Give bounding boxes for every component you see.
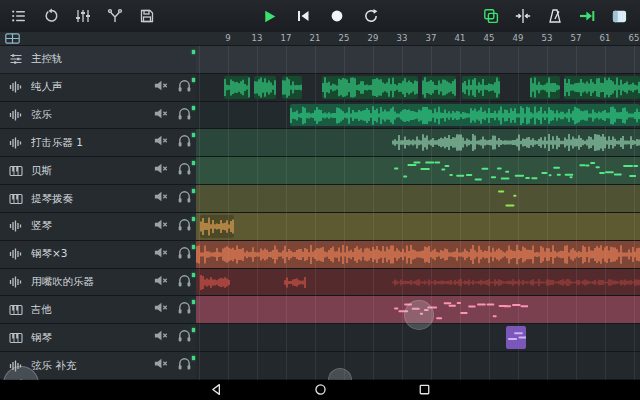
save-button[interactable] [134, 3, 160, 29]
wave-clip[interactable] [200, 271, 230, 294]
wave-clip[interactable] [224, 76, 250, 99]
loop-button[interactable] [358, 3, 384, 29]
headphones-icon [177, 245, 192, 264]
metronome-button[interactable] [542, 3, 568, 29]
speaker-mute-icon [153, 133, 168, 152]
arrange-row[interactable] [196, 296, 640, 324]
wave-clip[interactable] [284, 271, 306, 294]
copy-button[interactable] [478, 3, 504, 29]
level-meter [192, 78, 195, 82]
mute-button[interactable] [148, 133, 172, 152]
nav-back-button[interactable] [204, 382, 228, 398]
mute-button[interactable] [148, 356, 172, 375]
arrange-row[interactable] [196, 213, 640, 241]
wave-clip[interactable] [564, 76, 640, 99]
mute-button[interactable] [148, 189, 172, 208]
level-meter [192, 273, 195, 277]
ruler-tick: 45 [484, 33, 495, 43]
notes-clip[interactable] [496, 187, 522, 210]
track-header[interactable]: 提琴拨奏 [0, 185, 196, 213]
mute-button[interactable] [148, 106, 172, 125]
wave-clip[interactable] [530, 76, 560, 99]
arrange-row[interactable] [196, 269, 640, 297]
track-header[interactable]: 纯人声 [0, 74, 196, 102]
track-header[interactable]: 钢琴×3 [0, 241, 196, 269]
track-list-panel: 主控轨纯人声弦乐打击乐器 1贝斯提琴拨奏竖琴钢琴×3用嘴吹的乐器吉他钢琴弦乐 补… [0, 46, 196, 380]
notes-clip[interactable] [392, 298, 528, 321]
block-clip[interactable] [506, 326, 526, 349]
nav-recents-button[interactable] [412, 382, 436, 398]
mute-button[interactable] [148, 328, 172, 347]
record-button[interactable] [324, 3, 350, 29]
arrange-row[interactable] [196, 241, 640, 269]
keys-track-icon [7, 303, 24, 317]
arrange-row[interactable] [196, 185, 640, 213]
keys-track-icon [7, 164, 24, 178]
tools-icon [107, 8, 123, 24]
keys-track-icon [7, 331, 24, 345]
wave-clip[interactable] [254, 76, 276, 99]
wave-clip[interactable] [282, 76, 302, 99]
toolbar-left-group [0, 0, 160, 32]
level-meter [192, 245, 195, 249]
track-header[interactable]: 弦乐 [0, 102, 196, 130]
level-meter [192, 133, 195, 137]
arrange-row[interactable] [196, 157, 640, 185]
track-header[interactable]: 吉他 [0, 296, 196, 324]
arrangement-area[interactable] [196, 46, 640, 380]
mute-button[interactable] [148, 161, 172, 180]
ruler-tick: 49 [513, 33, 524, 43]
track-name: 钢琴 [31, 331, 148, 345]
wave-clip[interactable] [422, 76, 456, 99]
track-header[interactable]: 贝斯 [0, 157, 196, 185]
speaker-mute-icon [153, 189, 168, 208]
arrange-row[interactable] [196, 46, 640, 74]
timeline-ruler[interactable]: 91317212529333741454953576165 [196, 32, 640, 46]
track-header[interactable]: 主控轨 [0, 46, 196, 74]
arrange-row[interactable] [196, 102, 640, 130]
arrange-row[interactable] [196, 324, 640, 352]
nav-home-button[interactable] [308, 382, 332, 398]
mute-button[interactable] [148, 78, 172, 97]
fast-forward-button[interactable] [574, 3, 600, 29]
tools-button[interactable] [102, 3, 128, 29]
wave-clip[interactable] [290, 104, 640, 127]
track-header[interactable]: 竖琴 [0, 213, 196, 241]
level-meter [192, 50, 195, 54]
fast-forward-icon [579, 8, 595, 24]
ruler-tick: 29 [368, 33, 379, 43]
mixer-button[interactable] [70, 3, 96, 29]
snap-button[interactable] [510, 3, 536, 29]
arrange-row[interactable] [196, 352, 640, 380]
wave-clip[interactable] [392, 271, 640, 294]
ruler-tick: 13 [252, 33, 263, 43]
play-button[interactable] [256, 3, 282, 29]
skip-to-start-button[interactable] [290, 3, 316, 29]
wave-clip[interactable] [322, 76, 418, 99]
track-header[interactable]: 打击乐器 1 [0, 129, 196, 157]
mute-button[interactable] [148, 217, 172, 236]
mute-button[interactable] [148, 300, 172, 319]
recents-icon [418, 381, 431, 400]
mute-button[interactable] [148, 273, 172, 292]
arrange-row[interactable] [196, 129, 640, 157]
wave-clip[interactable] [392, 131, 640, 154]
copy-icon [483, 8, 499, 24]
track-header[interactable]: 用嘴吹的乐器 [0, 269, 196, 297]
track-header[interactable]: 钢琴 [0, 324, 196, 352]
wave-clip[interactable] [200, 215, 234, 238]
track-name: 竖琴 [31, 219, 148, 233]
mute-button[interactable] [148, 245, 172, 264]
wave-clip[interactable] [196, 243, 640, 266]
transport-controls [256, 0, 384, 32]
level-meter [192, 328, 195, 332]
ruler-tick: 41 [455, 33, 466, 43]
arrange-row[interactable] [196, 74, 640, 102]
undo-button[interactable] [38, 3, 64, 29]
wave-clip[interactable] [462, 76, 500, 99]
menu-button[interactable] [6, 3, 32, 29]
headphones-icon [177, 189, 192, 208]
panel-toggle-icon [611, 8, 628, 25]
notes-clip[interactable] [392, 159, 640, 182]
panel-toggle-button[interactable] [606, 3, 632, 29]
